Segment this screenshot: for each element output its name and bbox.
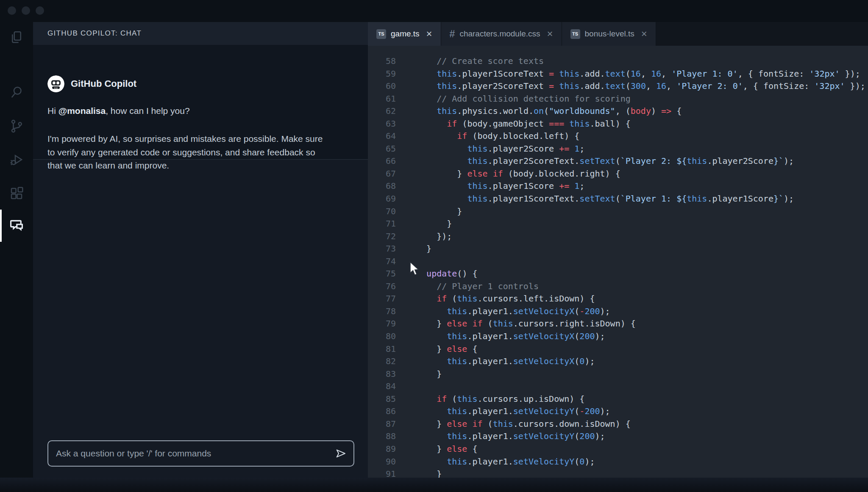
code-text: this.player2Score += 1; [416,143,584,155]
code-text: this.physics.world.on("worldbounds", (bo… [416,105,682,118]
code-line: 74 [368,255,868,268]
chat-panel-header: GITHUB COPILOT: CHAT [33,22,368,45]
code-text: } [416,218,452,230]
code-line: 60 this.player2ScoreText = this.add.text… [368,80,868,93]
maximize-window-icon[interactable] [36,6,44,15]
code-line: 86 this.player1.setVelocityY(-200); [368,405,868,418]
code-line: 80 this.player1.setVelocityX(200); [368,330,868,343]
code-text: if (body.blocked.left) { [416,130,579,143]
code-line: 61 // Add collision detection for scorin… [368,93,868,105]
line-number: 85 [368,393,396,406]
code-text: // Add collision detection for scoring [416,93,631,105]
close-tab-icon[interactable]: × [641,29,647,39]
chat-message: GitHub Copilot Hi @monalisa, how can I h… [33,45,368,160]
line-number: 59 [368,68,396,80]
code-text: this.player1.setVelocityY(0); [416,456,595,468]
code-line: 82 this.player1.setVelocityX(0); [368,355,868,368]
code-text: this.player1.setVelocityY(200); [416,430,605,443]
code-line: 59 this.player1ScoreText = this.add.text… [368,68,868,80]
sidebar-item-run-debug[interactable] [0,144,33,177]
files-icon [9,30,24,47]
tab-bonus-level.ts[interactable]: TSbonus-level.ts× [562,22,656,46]
sidebar-item-search[interactable] [0,77,33,109]
code-line: 81 } else { [368,343,868,356]
code-text: this.player1ScoreText = this.add.text(16… [416,68,860,80]
line-number: 74 [368,255,396,268]
sidebar-item-copilot-chat[interactable] [0,209,33,241]
close-tab-icon[interactable]: × [426,29,432,39]
line-number: 71 [368,218,396,230]
window-controls [8,6,44,15]
code-line: 65 this.player2Score += 1; [368,143,868,155]
active-view-indicator [0,210,2,242]
code-line: 85 if (this.cursors.up.isDown) { [368,393,868,406]
line-number: 81 [368,343,396,356]
code-text: this.player1.setVelocityX(200); [416,330,605,343]
line-number: 83 [368,368,396,381]
copilot-avatar [47,75,64,92]
code-line: 78 this.player1.setVelocityX(-200); [368,305,868,318]
code-line: 64 if (body.blocked.left) { [368,130,868,143]
code-line: 66 this.player2ScoreText.setText(`Player… [368,155,868,168]
code-text: this.player1Score += 1; [416,180,584,193]
code-line: 76 // Player 1 controls [368,280,868,293]
code-line: 88 this.player1.setVelocityY(200); [368,430,868,443]
line-number: 68 [368,180,396,193]
activity-bar [0,22,33,478]
css-file-icon: # [450,28,455,40]
tab-bar: TSgame.ts×#characters.module.css×TSbonus… [368,22,868,46]
tab-characters.module.css[interactable]: #characters.module.css× [441,22,562,46]
code-text: this.player1.setVelocityX(0); [416,355,595,368]
sidebar-item-extensions[interactable] [0,178,33,210]
line-number: 75 [368,268,396,280]
code-text: } [416,205,462,218]
chat-input[interactable]: Ask a question or type '/' for commands [47,440,354,467]
tab-label: bonus-level.ts [585,29,634,39]
ts-file-icon: TS [376,29,386,39]
code-line: 72 }); [368,230,868,243]
code-line: 87 } else if (this.cursors.down.isDown) … [368,418,868,431]
chat-greeting: Hi @monalisa, how can I help you? [47,106,190,116]
assistant-name: GitHub Copilot [71,78,136,89]
line-number: 58 [368,55,396,68]
paper-plane-icon [335,448,347,459]
chat-panel-title: GITHUB COPILOT: CHAT [47,29,142,38]
code-text: }); [416,230,452,243]
tab-game.ts[interactable]: TSgame.ts× [368,22,441,46]
code-text: update() { [416,268,478,280]
git-branch-icon [9,119,24,135]
line-number: 79 [368,318,396,330]
minimize-window-icon[interactable] [22,6,30,15]
sidebar-item-explorer[interactable] [0,22,33,54]
code-line: 70 } [368,205,868,218]
code-text: this.player1.setVelocityY(-200); [416,405,610,418]
code-line: 67 } else if (body.blocked.right) { [368,168,868,180]
line-number: 86 [368,405,396,418]
code-line: 62 this.physics.world.on("worldbounds", … [368,105,868,118]
code-text: } else if (this.cursors.down.isDown) { [416,418,631,431]
code-text: // Player 1 controls [416,280,539,293]
code-text: this.player1.setVelocityX(-200); [416,305,610,318]
copilot-chat-panel: GITHUB COPILOT: CHAT GitHub Copilot Hi @… [33,22,368,478]
line-number: 84 [368,380,396,393]
line-number: 90 [368,456,396,468]
code-text: this.player2ScoreText = this.add.text(30… [416,80,865,93]
search-icon [9,85,24,102]
window-bottom-strip [0,478,868,492]
line-number: 88 [368,430,396,443]
code-text: } else if (body.blocked.right) { [416,168,620,180]
tab-label: characters.module.css [459,29,540,39]
line-number: 77 [368,293,396,305]
close-window-icon[interactable] [8,6,16,15]
code-line: 73 } [368,243,868,255]
code-editor[interactable]: 58 // Create score texts59 this.player1S… [368,46,868,478]
send-button[interactable] [335,448,347,459]
line-number: 80 [368,330,396,343]
mouse-cursor [409,262,420,276]
line-number: 60 [368,80,396,93]
sidebar-item-source-control[interactable] [0,111,33,143]
close-tab-icon[interactable]: × [547,29,553,39]
code-text: if (this.cursors.left.isDown) { [416,293,595,305]
chat-bubbles-icon [8,216,25,234]
line-number: 72 [368,230,396,243]
